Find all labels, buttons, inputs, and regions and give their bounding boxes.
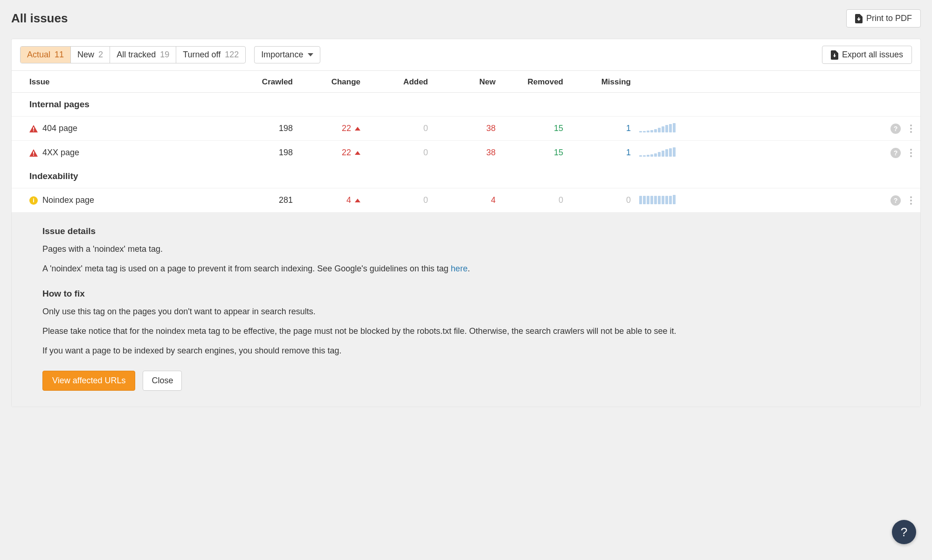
svg-rect-3 (834, 54, 835, 56)
sparkline (639, 146, 676, 157)
print-to-pdf-button[interactable]: Print to PDF (846, 9, 921, 28)
section-heading: Indexability (12, 165, 920, 188)
chevron-down-icon (308, 53, 313, 56)
guidelines-link[interactable]: here (451, 264, 468, 273)
issue-name: Noindex page (42, 195, 94, 205)
table-header: Issue Crawled Change Added New Removed M… (12, 70, 920, 93)
change-value: 22 (342, 148, 351, 158)
page-title: All issues (11, 11, 68, 26)
print-to-pdf-label: Print to PDF (866, 14, 912, 23)
issues-card: Actual 11New 2All tracked 19Turned off 1… (11, 39, 921, 407)
missing-value: 0 (563, 195, 631, 205)
new-value: 38 (428, 124, 496, 133)
issue-row[interactable]: 4XX page19822038151? (12, 140, 920, 165)
row-menu-button[interactable] (910, 196, 912, 205)
help-icon[interactable]: ? (891, 195, 901, 206)
how-to-fix-p3: If you want a page to be indexed by sear… (42, 345, 900, 357)
export-label: Export all issues (842, 50, 903, 60)
col-issue: Issue (29, 77, 225, 87)
change-value: 4 (346, 195, 351, 205)
sort-label: Importance (261, 50, 303, 60)
how-to-fix-p2: Please take notice that for the noindex … (42, 325, 900, 337)
help-icon[interactable]: ? (891, 148, 901, 158)
removed-value: 15 (496, 148, 563, 158)
sparkline (639, 122, 676, 132)
issue-name: 4XX page (42, 148, 79, 158)
help-icon[interactable]: ? (891, 124, 901, 134)
how-to-fix-p1: Only use this tag on the pages you don't… (42, 305, 900, 318)
how-to-fix-heading: How to fix (42, 289, 900, 299)
issue-row[interactable]: 404 page19822038151? (12, 116, 920, 140)
warning-triangle-icon (29, 149, 38, 157)
missing-value: 1 (563, 124, 631, 133)
issue-details-heading: Issue details (42, 226, 900, 236)
removed-value: 0 (496, 195, 563, 205)
warning-triangle-icon (29, 125, 38, 132)
tab-actual[interactable]: Actual 11 (21, 47, 71, 63)
svg-rect-1 (858, 17, 859, 20)
sort-dropdown[interactable]: Importance (254, 46, 320, 63)
added-value: 0 (360, 195, 428, 205)
tab-label: All tracked (117, 50, 156, 59)
tab-turned-off[interactable]: Turned off 122 (176, 47, 245, 63)
file-download-icon (831, 50, 838, 60)
added-value: 0 (360, 124, 428, 133)
triangle-up-icon (355, 127, 360, 131)
export-all-issues-button[interactable]: Export all issues (822, 46, 912, 64)
col-new: New (428, 77, 496, 87)
close-details-button[interactable]: Close (143, 371, 182, 391)
view-affected-urls-button[interactable]: View affected URLs (42, 371, 135, 391)
svg-rect-7 (33, 154, 34, 155)
crawled-value: 198 (225, 148, 293, 158)
tab-count: 2 (98, 50, 103, 59)
tab-label: New (77, 50, 94, 59)
svg-rect-6 (33, 152, 34, 154)
issue-details-panel: Issue details Pages with a 'noindex' met… (12, 212, 920, 407)
section-heading: Internal pages (12, 93, 920, 116)
issue-name: 404 page (42, 124, 77, 133)
new-value: 38 (428, 148, 496, 158)
col-added: Added (360, 77, 428, 87)
svg-rect-5 (33, 130, 34, 131)
sparkline (639, 194, 676, 204)
crawled-value: 281 (225, 195, 293, 205)
issue-details-p1: Pages with a 'noindex' meta tag. (42, 243, 900, 255)
row-menu-button[interactable] (910, 124, 912, 133)
filter-tabs: Actual 11New 2All tracked 19Turned off 1… (20, 46, 246, 63)
issue-details-p2: A 'noindex' meta tag is used on a page t… (42, 263, 900, 275)
triangle-up-icon (355, 199, 360, 202)
tab-count: 11 (55, 50, 64, 59)
crawled-value: 198 (225, 124, 293, 133)
col-crawled: Crawled (225, 77, 293, 87)
tab-count: 19 (160, 50, 169, 59)
svg-rect-4 (33, 127, 34, 130)
new-value: 4 (428, 195, 496, 205)
change-value: 22 (342, 124, 351, 133)
row-menu-button[interactable] (910, 149, 912, 157)
warning-circle-icon: i (29, 196, 38, 205)
triangle-up-icon (355, 151, 360, 155)
col-missing: Missing (563, 77, 631, 87)
col-change: Change (293, 77, 360, 87)
issue-row[interactable]: iNoindex page28140400? (12, 188, 920, 212)
tab-label: Turned off (183, 50, 221, 59)
added-value: 0 (360, 148, 428, 158)
tab-all-tracked[interactable]: All tracked 19 (110, 47, 176, 63)
col-removed: Removed (496, 77, 563, 87)
tab-count: 122 (225, 50, 239, 59)
file-download-icon (855, 14, 863, 23)
tab-label: Actual (27, 50, 50, 59)
removed-value: 15 (496, 124, 563, 133)
missing-value: 1 (563, 148, 631, 158)
tab-new[interactable]: New 2 (71, 47, 110, 63)
